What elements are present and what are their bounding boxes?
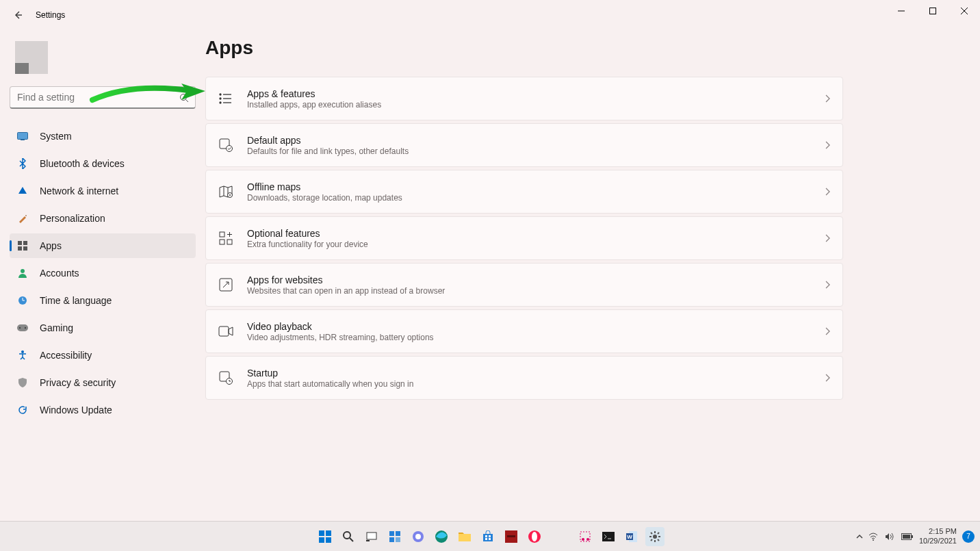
list-icon: [218, 91, 233, 106]
notification-count[interactable]: 7: [962, 530, 975, 543]
opera-icon: [528, 530, 541, 543]
svg-rect-4: [18, 241, 22, 245]
svg-point-18: [227, 146, 233, 152]
teams-chat[interactable]: [409, 527, 428, 546]
snip-icon: [579, 530, 591, 543]
search-icon: [342, 530, 354, 543]
sidebar-item-label: Accessibility: [40, 350, 92, 361]
svg-rect-3: [21, 140, 25, 140]
clock[interactable]: 2:15 PM 10/29/2021: [919, 527, 957, 546]
opera-app[interactable]: [525, 527, 544, 546]
user-avatar[interactable]: [10, 38, 196, 86]
web-app-icon: [218, 277, 233, 292]
taskbar-search[interactable]: [339, 527, 358, 546]
chevron-up-icon: [856, 533, 863, 540]
default-icon: [218, 138, 233, 153]
terminal-icon: [602, 532, 615, 541]
battery-icon[interactable]: [901, 533, 914, 540]
card-subtitle: Defaults for file and link types, other …: [247, 146, 825, 156]
sidebar-item-gaming[interactable]: Gaming: [10, 316, 196, 340]
card-default[interactable]: Default appsDefaults for file and link t…: [205, 123, 843, 167]
taskview-icon: [365, 530, 378, 543]
svg-rect-37: [389, 537, 394, 542]
sidebar-item-label: Personalization: [40, 213, 105, 224]
svg-point-58: [653, 535, 657, 539]
file-explorer[interactable]: [455, 527, 474, 546]
red-app-icon: [505, 530, 517, 543]
svg-rect-45: [485, 538, 487, 540]
word-app[interactable]: W: [622, 527, 641, 546]
chevron-right-icon: [825, 281, 830, 289]
wifi-icon[interactable]: [868, 533, 878, 541]
settings-app[interactable]: [645, 527, 665, 546]
volume-icon[interactable]: [885, 533, 894, 541]
chevron-right-icon: [825, 374, 830, 382]
widgets[interactable]: [385, 527, 404, 546]
card-title: Startup: [247, 368, 825, 379]
video-icon: [218, 324, 233, 339]
sidebar-item-personalization[interactable]: Personalization: [10, 206, 196, 231]
chevron-right-icon: [825, 327, 830, 335]
clock-date: 10/29/2021: [919, 537, 957, 546]
card-map[interactable]: Offline mapsDownloads, storage location,…: [205, 170, 843, 214]
personalization-icon: [16, 212, 29, 225]
card-subtitle: Downloads, storage location, map updates: [247, 193, 825, 203]
svg-point-14: [220, 94, 221, 95]
card-plus-grid[interactable]: Optional featuresExtra functionality for…: [205, 216, 843, 260]
svg-rect-38: [396, 537, 400, 542]
sidebar-item-system[interactable]: System: [10, 124, 196, 149]
svg-rect-7: [23, 246, 27, 251]
sidebar-item-accessibility[interactable]: Accessibility: [10, 343, 196, 368]
svg-rect-6: [18, 246, 22, 251]
sidebar-item-time[interactable]: Time & language: [10, 288, 196, 313]
close-button[interactable]: [949, 0, 980, 22]
sidebar-item-accounts[interactable]: Accounts: [10, 261, 196, 285]
accounts-icon: [16, 267, 29, 279]
start-button[interactable]: [315, 527, 335, 546]
sidebar-item-privacy[interactable]: Privacy & security: [10, 370, 196, 395]
card-startup[interactable]: StartupApps that start automatically whe…: [205, 356, 843, 400]
sidebar-item-network[interactable]: Network & internet: [10, 179, 196, 203]
gear-icon: [649, 530, 661, 543]
sidebar-item-label: Accounts: [40, 268, 79, 279]
svg-point-52: [582, 538, 584, 541]
card-title: Apps & features: [247, 88, 825, 99]
card-web-app[interactable]: Apps for websitesWebsites that can open …: [205, 263, 843, 307]
search-input[interactable]: [10, 86, 196, 109]
widgets-icon: [389, 530, 401, 543]
bluetooth-icon: [16, 157, 29, 170]
taskbar: W 2:15 PM 10/29/2021 7: [0, 521, 980, 551]
task-view[interactable]: [362, 527, 381, 546]
back-button[interactable]: [7, 4, 29, 26]
tray-chevron[interactable]: [856, 533, 863, 540]
minimize-icon: [898, 8, 905, 14]
svg-rect-62: [903, 535, 910, 539]
svg-rect-28: [319, 530, 324, 536]
svg-point-8: [21, 269, 25, 273]
edge-app[interactable]: [432, 527, 451, 546]
svg-rect-5: [23, 241, 27, 245]
card-video[interactable]: Video playbackVideo adjustments, HDR str…: [205, 309, 843, 353]
maximize-button[interactable]: [917, 0, 949, 22]
minimize-button[interactable]: [886, 0, 917, 22]
sidebar-item-apps[interactable]: Apps: [10, 233, 196, 258]
snip-tool[interactable]: [576, 527, 595, 546]
ms-store[interactable]: [478, 527, 498, 546]
card-list[interactable]: Apps & featuresInstalled apps, app execu…: [205, 77, 843, 120]
page-title: Apps: [205, 37, 953, 59]
chevron-right-icon: [825, 234, 830, 242]
app-red[interactable]: [502, 527, 521, 546]
svg-rect-35: [389, 531, 394, 536]
sidebar-item-label: Apps: [40, 240, 62, 251]
terminal-app[interactable]: [599, 527, 618, 546]
svg-point-15: [220, 98, 221, 99]
sidebar-item-label: Windows Update: [40, 405, 112, 415]
svg-point-32: [344, 532, 350, 539]
sidebar-item-bluetooth[interactable]: Bluetooth & devices: [10, 151, 196, 176]
svg-rect-10: [17, 324, 28, 331]
card-title: Offline maps: [247, 181, 825, 192]
sidebar-item-update[interactable]: Windows Update: [10, 398, 196, 422]
apps-icon: [16, 240, 29, 252]
back-arrow-icon: [12, 10, 23, 21]
windows-icon: [318, 530, 332, 543]
